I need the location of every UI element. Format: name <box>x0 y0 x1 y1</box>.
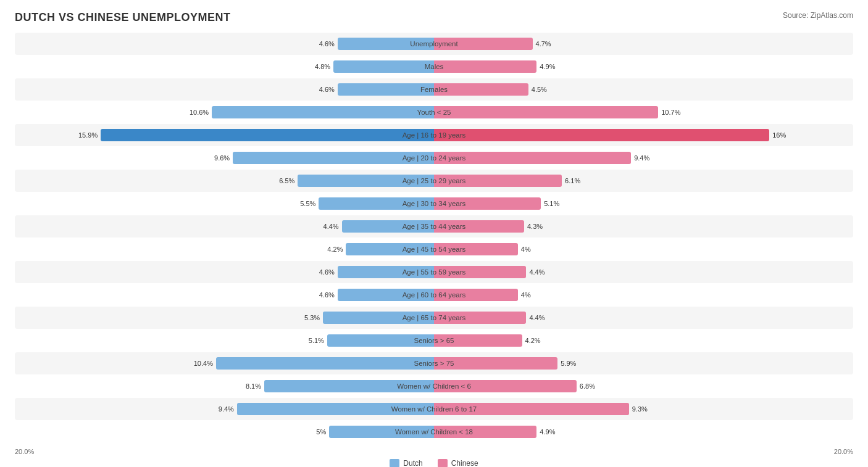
dutch-bar: 6.5% <box>298 175 434 187</box>
dutch-bar: 5.1% <box>327 334 434 347</box>
left-side: 4.6% <box>15 78 434 101</box>
right-side: 4.9% <box>434 421 853 443</box>
dutch-value: 4.6% <box>319 268 338 276</box>
chart-title: DUTCH VS CHINESE UNEMPLOYMENT <box>15 11 231 24</box>
dutch-bar: 4.2% <box>346 243 434 255</box>
dutch-bar: 5% <box>329 426 434 438</box>
left-side: 6.5% <box>15 170 434 192</box>
right-side: 9.3% <box>434 398 853 420</box>
chinese-value: 16% <box>769 131 786 139</box>
left-side: 4.6% <box>15 33 434 55</box>
dutch-value: 6.5% <box>279 177 298 184</box>
chinese-bar: 4% <box>434 243 518 255</box>
chinese-bar: 4.5% <box>434 83 528 96</box>
left-side: 5.5% <box>15 192 434 215</box>
dutch-bar: 15.9% <box>101 129 434 141</box>
chinese-value: 4.9% <box>536 63 555 70</box>
legend: Dutch Chinese <box>15 459 853 467</box>
chart-row: 4.4% Age | 35 to 44 years 4.3% <box>15 215 853 238</box>
dutch-value: 8.1% <box>246 382 264 390</box>
chinese-bar: 5.9% <box>434 357 557 370</box>
left-side: 4.2% <box>15 238 434 260</box>
left-side: 9.4% <box>15 398 434 420</box>
chinese-bar: 4.4% <box>434 266 526 278</box>
dutch-bar: 10.6% <box>212 106 434 118</box>
chart-row: 8.1% Women w/ Children < 6 6.8% <box>15 375 853 397</box>
dutch-value: 10.4% <box>194 360 216 367</box>
left-side: 4.4% <box>15 215 434 238</box>
right-side: 4.3% <box>434 215 853 238</box>
dutch-bar: 5.3% <box>323 312 434 324</box>
dutch-bar: 9.6% <box>233 152 434 164</box>
chart-row: 4.2% Age | 45 to 54 years 4% <box>15 238 853 260</box>
chart-header: DUTCH VS CHINESE UNEMPLOYMENT Source: Zi… <box>15 11 853 24</box>
dutch-bar: 4.8% <box>333 60 434 73</box>
right-side: 10.7% <box>434 101 853 123</box>
dutch-bar: 4.6% <box>338 266 434 278</box>
chart-row: 10.6% Youth < 25 10.7% <box>15 101 853 123</box>
chart-source: Source: ZipAtlas.com <box>783 11 853 20</box>
dutch-value: 4.2% <box>327 246 346 253</box>
right-side: 4.7% <box>434 33 853 55</box>
chart-row: 4.6% Age | 55 to 59 years 4.4% <box>15 261 853 283</box>
right-side: 4% <box>434 284 853 306</box>
dutch-value: 4.6% <box>319 40 338 48</box>
right-side: 6.1% <box>434 170 853 192</box>
dutch-bar: 5.5% <box>319 197 434 210</box>
dutch-value: 4.6% <box>319 86 338 93</box>
chinese-value: 6.1% <box>562 177 580 184</box>
dutch-value: 5.5% <box>300 200 319 207</box>
left-side: 4.6% <box>15 261 434 283</box>
right-side: 5.1% <box>434 192 853 215</box>
chart-row: 5.5% Age | 30 to 34 years 5.1% <box>15 192 853 215</box>
chinese-value: 9.4% <box>631 154 649 162</box>
chinese-bar: 16% <box>434 129 769 141</box>
chinese-bar: 6.8% <box>434 380 577 392</box>
dutch-label: Dutch <box>403 459 422 467</box>
left-side: 10.4% <box>15 352 434 374</box>
left-side: 4.6% <box>15 284 434 306</box>
chart-row: 10.4% Seniors > 75 5.9% <box>15 352 853 374</box>
left-side: 4.8% <box>15 56 434 78</box>
dutch-value: 9.4% <box>219 405 237 413</box>
chinese-label: Chinese <box>451 459 478 467</box>
axis-row: 20.0% 20.0% <box>15 448 853 455</box>
dutch-value: 10.6% <box>190 109 212 116</box>
legend-chinese: Chinese <box>438 459 478 467</box>
chinese-value: 4.5% <box>528 86 547 93</box>
chart-row: 5.1% Seniors > 65 4.2% <box>15 329 853 352</box>
dutch-bar: 4.4% <box>342 220 434 233</box>
right-side: 4.5% <box>434 78 853 101</box>
dutch-value: 5% <box>316 428 329 436</box>
right-side: 4% <box>434 238 853 260</box>
chinese-value: 4% <box>518 291 531 299</box>
left-side: 9.6% <box>15 147 434 169</box>
chinese-value: 5.1% <box>541 200 559 207</box>
dutch-value: 4.6% <box>319 291 338 299</box>
chinese-value: 4.4% <box>526 268 545 276</box>
dutch-bar: 4.6% <box>338 38 434 50</box>
right-side: 4.4% <box>434 307 853 329</box>
chinese-value: 6.8% <box>577 382 595 390</box>
right-side: 4.2% <box>434 329 853 352</box>
dutch-bar: 10.4% <box>216 357 434 370</box>
right-side: 6.8% <box>434 375 853 397</box>
chinese-value: 4.9% <box>536 428 555 436</box>
chart-area: 4.6% Unemployment 4.7% 4.8% Males 4.9% <box>15 33 853 443</box>
chart-container: DUTCH VS CHINESE UNEMPLOYMENT Source: Zi… <box>0 0 868 467</box>
chinese-value: 4.3% <box>524 223 543 230</box>
chinese-value: 4.4% <box>526 314 545 321</box>
legend-dutch: Dutch <box>390 459 422 467</box>
chinese-bar: 4.7% <box>434 38 533 50</box>
axis-left: 20.0% <box>15 448 34 455</box>
chinese-bar: 4.9% <box>434 426 536 438</box>
chinese-bar: 4.9% <box>434 60 536 73</box>
right-side: 4.4% <box>434 261 853 283</box>
chart-row: 4.6% Age | 60 to 64 years 4% <box>15 284 853 306</box>
dutch-value: 4.8% <box>315 63 333 70</box>
chart-row: 5% Women w/ Children < 18 4.9% <box>15 421 853 443</box>
dutch-color-box <box>390 459 399 467</box>
chinese-bar: 4.3% <box>434 220 524 233</box>
chinese-value: 9.3% <box>629 405 648 413</box>
dutch-value: 5.1% <box>309 337 327 344</box>
